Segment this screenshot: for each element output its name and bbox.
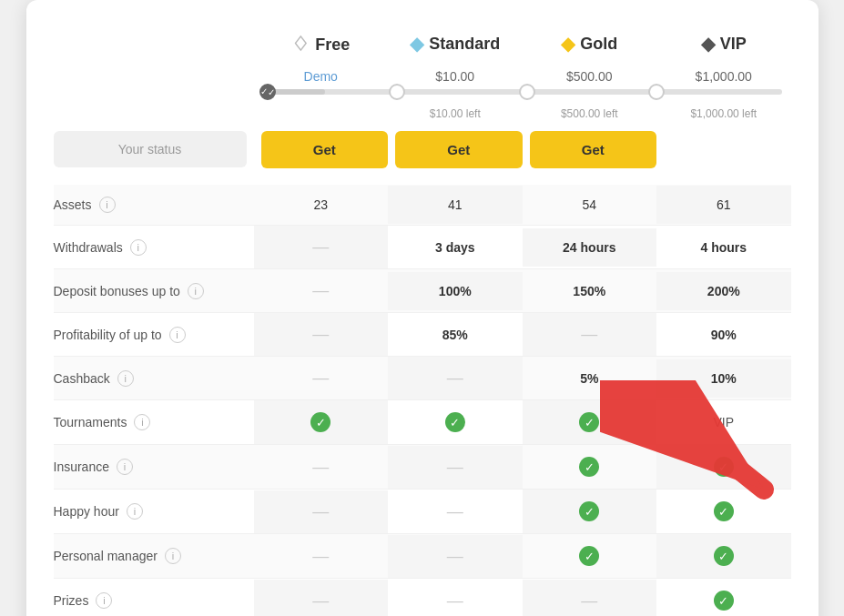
feature-row-tournaments: Tournaments i ✓ ✓ ✓ VIP — [54, 400, 791, 445]
feature-row-cashback: Cashback i — — 5% 10% — [54, 357, 791, 400]
standard-icon: ◆ — [410, 33, 423, 55]
deposit-info-icon[interactable]: i — [188, 283, 204, 299]
happyhour-vip: ✓ — [656, 490, 791, 533]
tournaments-free-check: ✓ — [310, 412, 330, 432]
vip-label: VIP — [720, 35, 747, 54]
happyhour-label: Happy hour i — [54, 491, 254, 531]
cashback-info-icon[interactable]: i — [117, 370, 134, 387]
assets-gold: 54 — [523, 186, 657, 224]
manager-info-icon[interactable]: i — [165, 548, 181, 564]
happyhour-gold-check: ✓ — [579, 501, 599, 521]
withdrawals-free: — — [254, 226, 389, 268]
withdrawals-vip: 4 hours — [656, 228, 791, 267]
insurance-vip: ✓ — [656, 445, 791, 489]
price-row: Demo $10.00 $500.00 $1,000.00 — [54, 69, 791, 84]
progress-dot-vip — [648, 84, 665, 100]
prizes-info-icon[interactable]: i — [96, 592, 112, 609]
tier-header-row: ♢ Free ◆ Standard ◆ Gold ◆ VIP — [54, 27, 791, 62]
cashback-label: Cashback i — [54, 358, 254, 399]
vip-icon: ◆ — [701, 33, 715, 55]
profitability-info-icon[interactable]: i — [169, 327, 186, 343]
happyhour-vip-check: ✓ — [714, 501, 734, 521]
profitability-free: — — [254, 313, 389, 356]
gold-price: $500.00 — [523, 69, 657, 84]
progress-dot-gold — [519, 84, 535, 100]
free-price: Demo — [254, 69, 389, 84]
manager-free: — — [254, 535, 389, 578]
tier-free: ♢ Free — [254, 27, 389, 62]
happyhour-gold: ✓ — [523, 490, 657, 533]
free-label: Free — [315, 35, 350, 55]
progress-dot-free: ✓ — [259, 84, 276, 100]
insurance-gold: ✓ — [523, 445, 657, 489]
vip-get-button[interactable]: Get — [530, 131, 657, 168]
button-row: Your status Get Get Get — [54, 131, 791, 168]
insurance-gold-check: ✓ — [579, 457, 599, 477]
feature-row-withdrawals: Withdrawals i — 3 days 24 hours 4 hours — [54, 226, 791, 269]
cashback-standard: — — [388, 357, 523, 399]
cashback-gold: 5% — [523, 359, 657, 398]
prizes-gold: — — [523, 580, 657, 617]
insurance-info-icon[interactable]: i — [117, 459, 133, 475]
standard-label: Standard — [429, 35, 500, 54]
prizes-vip: ✓ — [656, 579, 791, 616]
withdrawals-standard: 3 days — [388, 228, 523, 267]
happyhour-info-icon[interactable]: i — [127, 503, 143, 520]
cashback-free: — — [254, 357, 389, 399]
deposit-label: Deposit bonuses up to i — [54, 271, 254, 311]
deposit-free: — — [254, 269, 389, 312]
free-icon: ♢ — [291, 33, 310, 56]
gold-icon: ◆ — [561, 33, 575, 55]
assets-label: Assets i — [54, 185, 254, 225]
prizes-label: Prizes i — [54, 581, 254, 616]
insurance-free: — — [254, 446, 389, 489]
manager-vip-check: ✓ — [714, 546, 734, 566]
standard-price: $10.00 — [388, 69, 523, 84]
tournaments-standard: ✓ — [388, 400, 523, 444]
feature-row-insurance: Insurance i — — ✓ ✓ — [54, 445, 791, 490]
insurance-standard: — — [388, 446, 523, 489]
feature-row-assets: Assets i 23 41 54 61 — [54, 185, 791, 226]
feature-table: Assets i 23 41 54 61 Withdrawals i — 3 d… — [54, 185, 791, 616]
left-amount-row: $10.00 left $500.00 left $1,000.00 left — [54, 107, 791, 120]
assets-vip: 61 — [656, 186, 791, 224]
assets-free: 23 — [254, 186, 389, 224]
progress-bar: ✓ — [263, 89, 782, 95]
free-left — [254, 107, 389, 120]
tier-gold: ◆ Gold — [523, 27, 657, 62]
tournaments-label: Tournaments i — [54, 402, 254, 442]
progress-row: ✓ — [54, 89, 791, 95]
tournaments-vip: VIP — [656, 403, 791, 441]
happyhour-free: — — [254, 490, 389, 533]
standard-get-button[interactable]: Get — [261, 131, 389, 168]
assets-info-icon[interactable]: i — [99, 197, 116, 213]
vip-left: $1,000.00 left — [656, 107, 791, 120]
deposit-vip: 200% — [656, 272, 791, 310]
withdrawals-info-icon[interactable]: i — [130, 239, 147, 256]
happyhour-standard: — — [388, 490, 523, 533]
profitability-vip: 90% — [656, 316, 791, 354]
manager-standard: — — [388, 535, 523, 578]
your-status-button: Your status — [54, 131, 247, 167]
prizes-vip-check: ✓ — [714, 591, 734, 611]
standard-left: $10.00 left — [388, 107, 523, 120]
profitability-gold: — — [523, 313, 657, 356]
vip-price: $1,000.00 — [656, 69, 791, 84]
manager-vip: ✓ — [656, 534, 791, 578]
deposit-gold: 150% — [523, 272, 657, 310]
withdrawals-label: Withdrawals i — [54, 227, 254, 268]
insurance-label: Insurance i — [54, 447, 254, 487]
profitability-label: Profitability of up to i — [54, 315, 254, 355]
cashback-vip: 10% — [656, 359, 791, 398]
manager-label: Personal manager i — [54, 536, 254, 576]
gold-left: $500.00 left — [523, 107, 657, 120]
prizes-free: — — [254, 580, 389, 617]
tournaments-info-icon[interactable]: i — [134, 414, 150, 430]
assets-standard: 41 — [388, 186, 523, 224]
feature-row-profitability: Profitability of up to i — 85% — 90% — [54, 313, 791, 357]
gold-get-button[interactable]: Get — [395, 131, 523, 168]
gold-label: Gold — [580, 35, 617, 54]
insurance-vip-check: ✓ — [714, 457, 734, 477]
prizes-standard: — — [388, 580, 523, 617]
tournaments-vip-text: VIP — [713, 415, 734, 429]
